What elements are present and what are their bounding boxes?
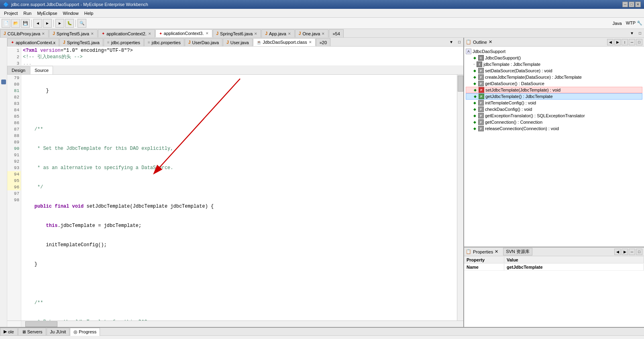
bottom-tab-servers[interactable]: 🖥 Servers [18,328,46,336]
tab-close-cglibproxy[interactable]: ✕ [42,32,45,36]
tree-setdatasource[interactable]: ◆ F setDataSource(DataSource) : void [466,67,642,74]
source-tab[interactable]: Source [30,66,53,75]
toolbar-search[interactable]: 🔍 [77,19,86,28]
title-bar: 🔷 jdbc.core.support.JdbcDaoSupport - MyE… [0,0,644,9]
code-81: /** [23,126,455,133]
tree-createjdbctemplate[interactable]: ◆ F createJdbcTemplate(DataSource) : Jdb… [466,74,642,80]
outline-btn-min[interactable]: ─ [629,39,635,45]
tab-label-jdbc-prop1: jdbc.properties [111,40,140,45]
xml-linenum-3: 3 [7,60,21,66]
code-85: public final void setJdbcTemplate(JdbcTe… [23,203,455,210]
tab-cglibproxy[interactable]: J CGLibProxy.java ✕ [0,29,49,37]
editor-scrollbar-v[interactable] [457,75,463,321]
tree-field-jdbctemplate[interactable]: ▪ f jdbcTemplate : JdbcTemplate [466,61,642,67]
toolbar-back[interactable]: ◀ [33,19,42,28]
tree-icon-getexcep: F [478,113,484,118]
tab-close-jdbcdaosupport[interactable]: ✕ [309,40,312,44]
tree-releaseconnection[interactable]: ◆ F releaseConnection(Connection) : void [466,125,642,132]
tab-max-btn[interactable]: □ [636,29,644,37]
menu-help[interactable]: Help [82,10,96,16]
tree-checkdaoconfig[interactable]: ◆ F checkDaoConfig() : void [466,106,642,112]
tree-inittemplateconfig[interactable]: ◆ F initTemplateConfig() : void [466,100,642,106]
tab-close-springtest5[interactable]: ✕ [91,32,94,36]
tab-close-springtest6[interactable]: ✕ [254,32,257,36]
toolbar-run[interactable]: ▶ [55,19,64,28]
scrollbar-thumb-v[interactable] [458,76,463,92]
tab-app[interactable]: J App.java ✕ [261,29,294,37]
svn-tab[interactable]: SVN 资源库 [503,248,532,255]
tab-one[interactable]: J One.java ✕ [295,29,329,37]
menu-project[interactable]: Project [2,10,20,16]
console-icon: ▶ [4,329,7,334]
maximize-button[interactable]: □ [629,2,634,7]
tab-close-app[interactable]: ✕ [288,32,291,36]
minimize-button[interactable]: ─ [622,2,628,7]
toolbar-debug[interactable]: 🐛 [65,19,74,28]
menu-run[interactable]: Run [21,10,34,16]
tab-appcontext2[interactable]: ✦ applicationContext2. ✕ [98,29,155,37]
tab-springtest5[interactable]: J SpringTest5.java ✕ [49,29,98,37]
tree-getdatasource[interactable]: ◆ F getDataSource() : DataSource [466,80,642,87]
menu-myeclipse[interactable]: MyEclipse [35,10,59,16]
toolbar-save[interactable]: 💾 [21,19,30,28]
tree-constructor[interactable]: ◆ C JdbcDaoSupport() [466,55,642,61]
outline-btn-max[interactable]: □ [636,39,642,45]
linenum-88: 88 [7,133,21,139]
scrollbar-thumb-h[interactable] [25,321,57,327]
props-btn-1[interactable]: ◀ [614,249,621,255]
tab-close-one[interactable]: ✕ [322,32,325,36]
bottom-tab-progress[interactable]: ◎ Progress [70,328,100,336]
console-label: ole [8,329,14,334]
tab-close-appcontext2[interactable]: ✕ [148,32,151,36]
editor-scrollbar-h[interactable] [7,321,463,327]
menu-window[interactable]: Window [61,10,81,16]
tab-icon-cglibproxy: J [4,31,6,36]
access-public-9: ◆ [473,114,476,118]
linenum-83: 83 [7,100,21,107]
main-area: ✦ applicationContext.x J SpringTest1.jav… [0,38,644,327]
tree-getexception[interactable]: ◆ F getExceptionTranslator() : SQLExcept… [466,112,642,119]
tab-menu-btn[interactable]: ▼ [628,29,636,37]
tab-appcontext3[interactable]: ✦ applicationContext3. ✕ [155,29,212,37]
props-btn-min[interactable]: ─ [629,249,635,255]
tab-springtest6[interactable]: J SpringTest6.java ✕ [213,29,261,37]
design-source-tabs: Design Source [7,66,463,75]
tab-close-appcontext3[interactable]: ✕ [206,31,209,35]
props-btn-2[interactable]: ▶ [622,249,628,255]
tab-user[interactable]: J User.java [223,38,252,46]
outline-btn-2[interactable]: ▶ [614,39,621,45]
toolbar-new[interactable]: 📄 [2,19,10,28]
junit-icon: Ju [50,329,55,334]
tree-getjdbctemplate[interactable]: ◆ F getJdbcTemplate() : JdbcTemplate [466,93,642,100]
tab2-menu-btn[interactable]: ▼ [447,38,455,46]
tab-label-jdbcdaosupport: JdbcDaoSupport.class [263,40,307,45]
tab-more54[interactable]: »54 [329,29,343,37]
tab-icon-jdbc-prop2: ≡ [148,40,150,45]
tab-more20[interactable]: »20 [316,38,330,46]
tree-getconnection[interactable]: ◆ F getConnection() : Connection [466,119,642,125]
outline-btn-1[interactable]: ◀ [607,39,613,45]
design-tab[interactable]: Design [7,66,30,75]
bottom-tab-console[interactable]: ▶ ole [0,328,18,336]
bottom-tab-junit[interactable]: Ju JUnit [47,328,70,336]
tab-userdao[interactable]: J UserDao.java [185,38,222,46]
tab-appcontext-x[interactable]: ✦ applicationContext.x [7,38,59,46]
code-content[interactable]: } /** * Set the JdbcTemplate for this DA… [21,75,457,321]
outline-btn-3[interactable]: ↕ [622,39,628,45]
tab2-max-btn[interactable]: □ [455,38,463,46]
tab-springtest1[interactable]: J SpringTest1.java [59,38,103,46]
toolbar-open[interactable]: 📂 [11,19,20,28]
toolbar-forward[interactable]: ▶ [43,19,52,28]
tab-jdbc-prop2[interactable]: ≡ jdbc.properties [144,38,184,46]
tab-jdbc-prop1[interactable]: ≡ jdbc.properties [104,38,144,46]
linenum-85: 85 [7,113,21,120]
close-button[interactable]: ✕ [635,2,641,7]
tree-label-getconnection: getConnection() : Connection [485,120,542,125]
toolbar: 📄 📂 💾 ◀ ▶ ▶ 🐛 🔍 Java WTP 🔧 [0,18,644,29]
title-bar-controls[interactable]: ─ □ ✕ [622,2,641,7]
tree-jdbcdaosupport[interactable]: A JdbcDaoSupport [466,48,642,55]
props-btn-max[interactable]: □ [636,249,642,255]
tab-icon-springtest1: J [63,40,65,45]
tree-setjdbctemplate[interactable]: ◆ F setJdbcTemplate(JdbcTemplate) : void [466,87,642,93]
tab-jdbcdaosupport[interactable]: ☕ JdbcDaoSupport.class ✕ [253,38,316,46]
